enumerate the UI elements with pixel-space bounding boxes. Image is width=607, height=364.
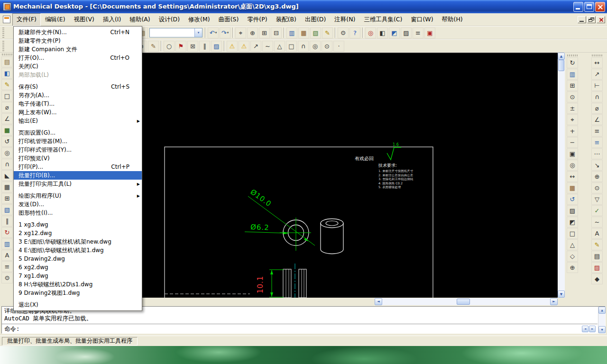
bom-list-button[interactable]: ≡: [1, 261, 13, 272]
work-axis-button[interactable]: ∥: [1, 216, 13, 227]
iso-view-button[interactable]: ◇: [567, 251, 578, 262]
command-scroll-up-button[interactable]: ▲: [598, 307, 606, 314]
file-menu-item[interactable]: 6 xg2.dwg: [14, 263, 142, 272]
point-button[interactable]: ·: [333, 41, 344, 52]
zoom-dynamic-button[interactable]: ⊙: [567, 91, 578, 102]
drawing-note[interactable]: 有戏必回: [355, 156, 374, 161]
aerial-view-button[interactable]: ▦: [567, 182, 578, 193]
menubar-item-12[interactable]: 注释(N): [330, 13, 359, 26]
mdi-restore-button[interactable]: [587, 16, 596, 23]
file-menu-item[interactable]: 批量打印(B)...: [14, 171, 142, 180]
redo-button[interactable]: ↷▾: [220, 27, 230, 38]
menubar-item-3[interactable]: 视图(V): [70, 13, 99, 26]
content-manager-button[interactable]: ▤: [1, 56, 13, 67]
design-center-button[interactable]: ▦: [298, 27, 309, 38]
scroll-left-button[interactable]: ◄: [375, 298, 382, 305]
linear-dimension-button[interactable]: ↔: [591, 57, 603, 68]
dropdown-arrow-icon[interactable]: ▾: [227, 31, 229, 35]
file-menu-item[interactable]: 打印机管理器(M)...: [14, 137, 142, 146]
file-menu-item[interactable]: 输出(E)▶: [14, 117, 142, 125]
zoom-window-button[interactable]: ⊞: [259, 27, 270, 38]
maximize-button[interactable]: [584, 2, 594, 12]
weld-symbol-button[interactable]: ~: [591, 217, 603, 228]
file-menu-item[interactable]: 3 E:\图纸\华硕螺丝机\机架new.dwg: [14, 237, 142, 246]
menubar-item-9[interactable]: 零件(P): [243, 13, 271, 26]
scroll-up-button[interactable]: ▲: [558, 53, 565, 60]
camera-view-button[interactable]: ⊕: [567, 262, 578, 273]
diameter-dimension-button[interactable]: ⌀: [591, 103, 603, 114]
pan-realtime-button[interactable]: ⌖: [235, 27, 246, 38]
leader-note-button[interactable]: ↗: [250, 41, 261, 52]
standard-check-button[interactable]: ⚠: [239, 41, 249, 52]
dimension-diameter-10[interactable]: Ø10.0: [248, 188, 315, 246]
close-button[interactable]: [595, 2, 605, 12]
continue-dimension-button[interactable]: ⋯: [591, 148, 603, 159]
hscroll-thumb[interactable]: [457, 299, 470, 305]
hatch-fill-button[interactable]: ▨: [211, 41, 222, 52]
vscroll-thumb[interactable]: [558, 60, 564, 71]
tolerance-button[interactable]: ⊕: [591, 171, 603, 182]
menubar-item-4[interactable]: 插入(I): [99, 13, 125, 26]
vscroll-track[interactable]: [558, 60, 565, 291]
menubar-item-11[interactable]: 出图(D): [301, 13, 330, 26]
file-menu-item[interactable]: 9 Drawing2视图1.dwg: [14, 289, 142, 297]
tool-palettes-button[interactable]: ▧: [310, 27, 321, 38]
named-views-button[interactable]: ▥: [567, 69, 578, 80]
zoom-in-button[interactable]: +: [567, 126, 578, 136]
command-scroll-down-button[interactable]: ▼: [598, 326, 606, 333]
menubar-item-14[interactable]: 窗口(W): [406, 13, 437, 26]
combo-dropdown-icon[interactable]: ▾: [194, 28, 202, 37]
hatch-tool-button[interactable]: ▨: [591, 262, 603, 273]
menubar-item-10[interactable]: 装配(B): [272, 13, 301, 26]
orbit-button[interactable]: ↺: [567, 194, 578, 205]
undo-button[interactable]: ↶▾: [208, 27, 219, 38]
file-menu-item[interactable]: 退出(X): [14, 300, 142, 309]
revolve-button[interactable]: ↺: [1, 136, 13, 147]
menubar-item-7[interactable]: 修改(M): [184, 13, 214, 26]
sketch-dimension-button[interactable]: ⌀: [1, 102, 13, 113]
mech-options-button[interactable]: ⚙: [338, 27, 349, 38]
toolbar-grip[interactable]: [2, 54, 12, 55]
redraw-button[interactable]: ↻: [567, 57, 578, 68]
menubar-item-8[interactable]: 曲面(S): [214, 13, 243, 26]
rectangle-button[interactable]: □: [286, 41, 297, 52]
zoom-scale-button[interactable]: ±: [567, 103, 578, 114]
extrude-button[interactable]: ■: [1, 125, 13, 136]
leader-tool-button[interactable]: ↘: [591, 160, 603, 171]
chamfer-button[interactable]: ◣: [1, 170, 13, 181]
command-prompt[interactable]: 命令:: [2, 324, 598, 333]
file-menu-item[interactable]: 网上发布(W)...: [14, 108, 142, 117]
file-menu-item[interactable]: 2 xg12.dwg: [14, 229, 142, 237]
menubar-item-13[interactable]: 三维工具集(C): [359, 13, 406, 26]
pan-button[interactable]: ↔: [567, 171, 578, 182]
command-scroll-left-button[interactable]: ◄: [582, 326, 589, 332]
power-snap-button[interactable]: ◎: [365, 27, 376, 38]
section-view[interactable]: [283, 264, 306, 298]
toolbar-grip[interactable]: [2, 27, 4, 38]
mark-flag-button[interactable]: ⚑: [175, 41, 186, 52]
file-menu-item[interactable]: 绘图实用程序(U)▶: [14, 191, 142, 200]
mdi-minimize-button[interactable]: [578, 16, 586, 23]
markup-button[interactable]: ✎: [322, 27, 333, 38]
surface-finish-button[interactable]: ✓: [591, 205, 603, 216]
aligned-dimension-button[interactable]: ↗: [591, 69, 603, 80]
zoom-center-button[interactable]: ⌖: [567, 114, 578, 125]
hide-button[interactable]: ▨: [567, 205, 578, 216]
circle-button[interactable]: ◎: [310, 41, 321, 52]
zoom-window-2-button[interactable]: ⊞: [567, 80, 578, 91]
dimension-10-1[interactable]: 10.1: [256, 270, 284, 297]
tech-requirements[interactable]: 技术要求: 1. 未标注尺寸按图纸尺寸 2. 未标注公差按自由公差 3. 去除毛…: [378, 163, 414, 189]
standard-parts-button[interactable]: ⚠: [227, 41, 238, 52]
file-menu-item[interactable]: 1 xg3.dwg: [14, 220, 142, 229]
construction-line-button[interactable]: ∥: [199, 41, 210, 52]
pattern-button[interactable]: ⊞: [1, 193, 13, 204]
minimize-button[interactable]: [573, 2, 583, 12]
command-scroll-right-button[interactable]: ►: [589, 326, 596, 332]
dimension-style-button[interactable]: ▤: [591, 251, 603, 262]
title-border-button[interactable]: ▣: [424, 27, 435, 38]
power-edit-button[interactable]: ✎: [148, 41, 159, 52]
update-part-button[interactable]: ↻: [1, 227, 13, 238]
assoc-hide-button[interactable]: ▨: [401, 27, 412, 38]
new-sketch-button[interactable]: ✎: [1, 79, 13, 90]
profile-button[interactable]: □: [1, 91, 13, 101]
